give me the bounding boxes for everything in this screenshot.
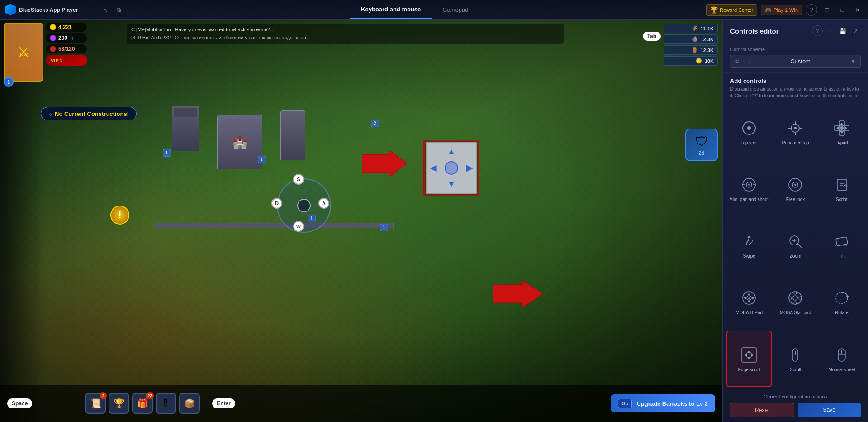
game-area[interactable]: ⚔ 1 4,221 200 + 53/120 VIP 2 (0, 20, 722, 422)
home-button[interactable]: ⌂ (99, 4, 111, 16)
svg-marker-23 (747, 235, 751, 238)
reset-button[interactable]: Reset (730, 403, 794, 417)
dpad-icon (833, 119, 851, 137)
bottom-icon-5[interactable]: 📦 (179, 393, 200, 414)
svg-marker-10 (840, 131, 844, 134)
control-edge-scroll[interactable]: Edge scroll (726, 331, 772, 387)
chat-area: C [MF]MobbinYou : Have you ever wanted t… (127, 24, 564, 44)
map-badge-2: 1 (258, 156, 266, 163)
app-logo: BlueStacks App Player (0, 4, 82, 16)
edge-scroll-label: Edge scroll (738, 367, 760, 373)
svg-line-25 (797, 244, 802, 248)
svg-marker-44 (846, 296, 849, 298)
free-look-label: Free look (786, 197, 805, 202)
script-label: Script (836, 197, 848, 202)
hero-portrait: ⚔ (4, 23, 43, 82)
control-zoom[interactable]: Zoom (773, 217, 818, 273)
panel-restore-icon[interactable]: ↑ (825, 25, 835, 36)
add-controls-title: Add controls (730, 77, 861, 84)
map-badge-5: 1 (380, 224, 388, 231)
control-swipe[interactable]: Swipe (726, 217, 772, 273)
enter-key-badge: Enter (212, 398, 235, 408)
add-controls-desc: Drag and drop an action on your game scr… (730, 86, 861, 99)
resources-hud: 4,221 200 + 53/120 VIP 2 (46, 23, 87, 66)
upgrade-button[interactable]: Go Upgrade Barracks to Lv 2 (611, 394, 715, 412)
rotate-label: Rotate (835, 310, 848, 316)
chat-line-2: [3+9]Bot AnTi 232 : От вас активность и … (131, 34, 560, 42)
control-moba-skill-pad[interactable]: MOBA Skill pad (773, 274, 818, 330)
top-bar: BlueStacks App Player ← ⌂ ⧉ Keyboard and… (0, 0, 868, 20)
help-icon[interactable]: ? (806, 4, 817, 16)
nav-buttons: ← ⌂ ⧉ (82, 4, 128, 16)
char-a-marker: A (318, 198, 329, 209)
gems-resource: 200 + (46, 33, 87, 43)
repeated-tap-label: Repeated tap (782, 140, 809, 146)
char-w-marker: W (293, 221, 304, 232)
bluestacks-icon (5, 4, 16, 16)
control-mouse-wheel[interactable]: Mouse wheel (819, 331, 864, 387)
control-free-look[interactable]: Free look (773, 161, 818, 216)
maximize-icon[interactable]: □ (836, 4, 848, 16)
control-repeated-tap[interactable]: Repeated tap (773, 104, 818, 160)
control-moba-dpad[interactable]: 6 MOBA D-Pad (726, 274, 772, 330)
reward-center-button[interactable]: 🏆 Reward Center (706, 4, 757, 16)
panel-header: Controls editor ? ↑ 💾 ↗ (723, 20, 868, 42)
tab-gamepad[interactable]: Gamepad (432, 1, 479, 19)
svg-marker-12 (845, 126, 847, 130)
control-aim-pan-shoot[interactable]: Aim, pan and shoot (726, 161, 772, 216)
panel-share-icon[interactable]: ↗ (850, 25, 861, 36)
scheme-left-icons: ↻ ↑ ↓ (735, 58, 750, 65)
svg-point-38 (793, 296, 797, 300)
tap-spot-label: Tap spot (740, 140, 758, 146)
back-button[interactable]: ← (85, 4, 98, 16)
svg-marker-1 (493, 280, 543, 307)
bottom-icon-1[interactable]: 📜 2 (85, 393, 106, 414)
svg-point-19 (748, 184, 750, 186)
map-badge-3: 2 (371, 120, 379, 127)
play-win-button[interactable]: 🎮 Play & Win (761, 5, 802, 15)
panel-bottom: Current configuration actions Reset Save (723, 390, 868, 422)
svg-marker-49 (751, 353, 754, 357)
control-tilt[interactable]: Tilt (819, 217, 864, 273)
bottom-icon-2[interactable]: 🏆 (109, 393, 129, 414)
scheme-selector[interactable]: ↻ ↑ ↓ Custom ▼ (730, 55, 861, 68)
window-button[interactable]: ⧉ (112, 4, 125, 16)
svg-point-8 (840, 126, 844, 130)
svg-point-22 (794, 184, 796, 186)
control-scroll[interactable]: Scroll (773, 331, 818, 387)
dpad-label: D-pad (835, 140, 848, 146)
aim-pan-shoot-label: Aim, pan and shoot (730, 197, 768, 202)
gold-resource: 4,221 (46, 23, 87, 32)
controls-editor-panel: Controls editor ? ↑ 💾 ↗ Control scheme ↻… (722, 20, 868, 422)
char-d-marker: D (271, 198, 282, 209)
repeated-tap-icon (786, 119, 804, 137)
level-badge: 1 (4, 77, 14, 87)
score-bar-4: 🪙 10K (664, 56, 718, 66)
svg-point-3 (747, 126, 751, 130)
svg-point-5 (794, 127, 797, 129)
vip-badge: VIP 2 (46, 55, 87, 66)
svg-point-40 (794, 302, 797, 304)
close-icon[interactable]: ✕ (852, 4, 863, 16)
panel-save-icon[interactable]: 💾 (837, 25, 848, 36)
add-controls-section: Add controls Drag and drop an action on … (723, 73, 868, 101)
red-arrow-2 (493, 278, 543, 312)
score-bar-1: 🌾 11.1K (664, 24, 718, 33)
bottom-icon-4[interactable]: 🎖 (156, 393, 176, 414)
map-badge-1: 1 (163, 149, 171, 157)
control-script[interactable]: Script (819, 161, 864, 216)
moba-dpad-label: MOBA D-Pad (735, 310, 763, 316)
control-tap-spot[interactable]: Tap spot (726, 104, 772, 160)
panel-help-icon[interactable]: ? (812, 25, 823, 36)
script-icon (833, 176, 851, 194)
svg-marker-47 (747, 357, 751, 360)
control-rotate[interactable]: Rotate (819, 274, 864, 330)
scheme-dropdown-arrow[interactable]: ▼ (850, 58, 856, 65)
chat-line-1: C [MF]MobbinYou : Have you ever wanted t… (131, 26, 560, 34)
bottom-icon-3[interactable]: 🎁 22 (132, 393, 153, 414)
control-dpad[interactable]: D-pad (819, 104, 864, 160)
swipe-icon (740, 232, 758, 250)
tab-keyboard[interactable]: Keyboard and mouse (350, 0, 432, 19)
menu-icon[interactable]: ≡ (821, 4, 833, 16)
save-button[interactable]: Save (798, 403, 861, 417)
